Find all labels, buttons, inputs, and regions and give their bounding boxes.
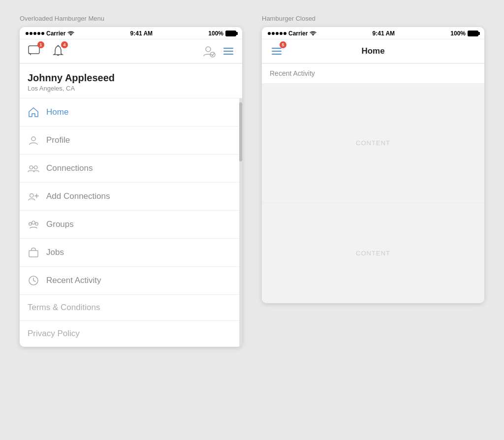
hamburger-closed-icon <box>272 48 282 55</box>
message-badge: 1 <box>37 41 44 48</box>
svg-rect-14 <box>29 251 38 257</box>
nav-label-jobs: Jobs <box>46 248 64 257</box>
content-area: Recent Activity CONTENT CONTENT <box>262 63 484 303</box>
svg-point-4 <box>32 137 35 141</box>
nav-item-profile[interactable]: Profile <box>20 126 242 155</box>
nav-label-home: Home <box>46 107 68 117</box>
nav-footer-terms-label: Terms & Conditions <box>28 303 100 312</box>
nav-label-profile: Profile <box>46 135 70 145</box>
carrier-name-left: Carrier <box>46 30 65 37</box>
signal-dots-left <box>26 32 44 35</box>
svg-point-11 <box>32 221 35 224</box>
battery-pct-right: 100% <box>450 30 466 37</box>
recent-activity-icon <box>28 275 39 286</box>
toolbar-left: 1 4 <box>20 39 242 63</box>
nav-label-groups: Groups <box>46 220 74 229</box>
home-icon <box>28 106 39 118</box>
message-icon-wrap[interactable]: 1 <box>27 43 42 59</box>
nav-footer-privacy[interactable]: Privacy Policy <box>20 321 242 347</box>
status-bar-right: Carrier 9:41 AM 100% <box>262 27 484 39</box>
battery-icon-right <box>468 31 478 36</box>
battery-pct-left: 100% <box>208 30 223 37</box>
scrollbar-track[interactable] <box>239 98 242 347</box>
nav-label-recent-activity: Recent Activity <box>46 276 101 285</box>
time-right: 9:41 AM <box>373 30 395 37</box>
time-left: 9:41 AM <box>130 30 153 37</box>
nav-menu: Home Profile <box>20 98 242 347</box>
svg-point-1 <box>58 45 59 47</box>
hamburger-button[interactable] <box>221 46 235 57</box>
battery-area-left: 100% <box>208 30 236 37</box>
notification-badge: 4 <box>61 41 68 48</box>
wifi-icon-left <box>67 31 74 36</box>
nav-footer-privacy-label: Privacy Policy <box>28 329 80 338</box>
nav-footer-terms[interactable]: Terms & Conditions <box>20 295 242 321</box>
hamburger-closed-wrap[interactable]: 5 <box>269 43 284 59</box>
nav-item-recent-activity[interactable]: Recent Activity <box>20 267 242 295</box>
carrier-left: Carrier <box>26 30 74 37</box>
user-location: Los Angeles, CA <box>28 85 234 92</box>
svg-point-2 <box>206 47 211 52</box>
content-body-top: CONTENT <box>262 84 484 202</box>
carrier-name-right: Carrier <box>288 30 308 37</box>
toolbar-icons-left: 1 4 <box>27 43 66 59</box>
bottom-content-section: CONTENT <box>262 204 484 302</box>
battery-icon-left <box>225 31 236 36</box>
home-title: Home <box>284 46 462 56</box>
right-section-label: Hamburger Closed <box>262 15 484 22</box>
jobs-icon <box>28 247 39 258</box>
content-label-top: CONTENT <box>356 139 390 147</box>
add-connections-icon <box>28 190 39 202</box>
svg-point-8 <box>30 193 33 197</box>
profile-icon <box>28 134 39 146</box>
nav-label-connections: Connections <box>46 163 93 173</box>
connections-icon <box>28 162 39 174</box>
nav-item-connections[interactable]: Connections <box>20 155 242 183</box>
svg-point-5 <box>30 166 32 169</box>
recent-activity-section: Recent Activity CONTENT <box>262 63 484 202</box>
scrollbar-thumb[interactable] <box>239 102 242 161</box>
user-info: Johnny Appleseed Los Angeles, CA <box>20 63 242 98</box>
groups-icon <box>28 219 39 230</box>
svg-point-12 <box>29 222 32 225</box>
signal-dots-right <box>268 32 286 35</box>
settings-icon-wrap[interactable] <box>201 43 217 59</box>
notification-icon-wrap[interactable]: 4 <box>50 43 66 59</box>
nav-item-home[interactable]: Home <box>20 98 242 126</box>
hamburger-badge: 5 <box>280 41 286 48</box>
toolbar-right-icons <box>201 43 235 59</box>
nav-label-add-connections: Add Connections <box>46 191 110 201</box>
nav-item-add-connections[interactable]: Add Connections <box>20 183 242 211</box>
svg-point-6 <box>34 166 37 169</box>
profile-settings-icon <box>202 45 216 58</box>
content-label-bottom: CONTENT <box>356 250 390 257</box>
status-bar-left: Carrier 9:41 AM 100% <box>20 27 242 39</box>
recent-activity-header: Recent Activity <box>262 63 484 84</box>
toolbar-right: 5 Home <box>262 39 484 63</box>
left-section-label: Overloaded Hamburger Menu <box>20 15 242 22</box>
wifi-icon-right <box>310 31 316 36</box>
user-name: Johnny Appleseed <box>28 72 234 84</box>
carrier-right: Carrier <box>268 30 316 37</box>
content-body-bottom: CONTENT <box>262 204 484 302</box>
battery-area-right: 100% <box>450 30 478 37</box>
nav-item-groups[interactable]: Groups <box>20 211 242 239</box>
svg-point-13 <box>35 222 38 225</box>
nav-item-jobs[interactable]: Jobs <box>20 239 242 267</box>
